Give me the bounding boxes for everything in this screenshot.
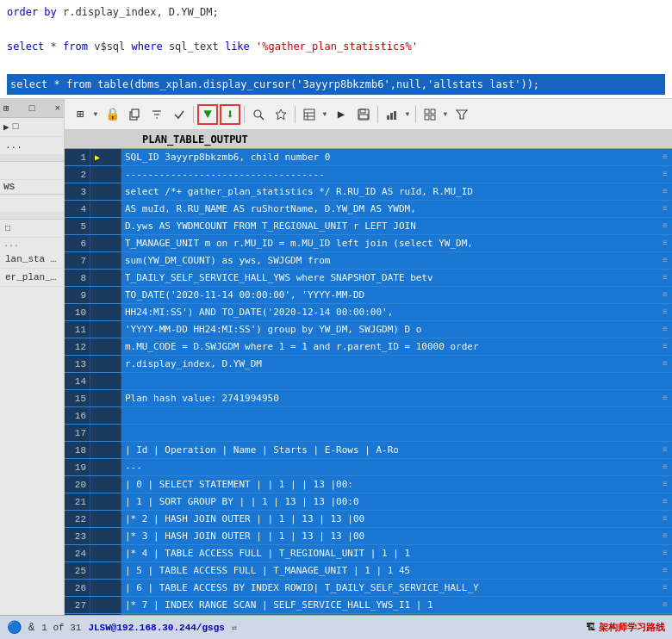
find-btn[interactable]	[248, 104, 269, 125]
table-row[interactable]: 22|* 2 | HASH JOIN OUTER | | 1 | 13 | 13…	[65, 511, 672, 528]
row-end-expand-icon[interactable]: ≡	[658, 545, 672, 561]
down-btn[interactable]: ▼	[197, 104, 218, 125]
table-row[interactable]: 10HH24:MI:SS') AND TO_DATE('2020-12-14 0…	[65, 304, 672, 321]
table-row[interactable]: 12m.MU_CODE = D.SWJGDM where 1 = 1 and r…	[65, 338, 672, 356]
panel-check-icon[interactable]: □	[13, 121, 19, 133]
row-end-expand-icon[interactable]: ≡	[658, 270, 672, 286]
table-row[interactable]: 20| 0 | SELECT STATEMENT | | 1 | | 13 |0…	[65, 476, 672, 493]
row-end-expand-icon[interactable]: ≡	[658, 166, 672, 183]
panel-item-lan-sta[interactable]: lan_sta ...	[0, 251, 64, 269]
table-row[interactable]: 17	[65, 425, 672, 442]
funnel-btn[interactable]	[451, 104, 472, 125]
row-end-expand-icon[interactable]: ≡	[658, 149, 672, 165]
table-dropdown-arrow[interactable]: ▼	[320, 104, 329, 125]
pin-btn[interactable]	[271, 104, 291, 125]
table-btn[interactable]	[299, 104, 320, 125]
arrow-right-btn[interactable]: ▶	[331, 104, 352, 125]
row-end-expand-icon[interactable]	[658, 373, 672, 389]
row-end-expand-icon[interactable]: ≡	[658, 304, 672, 320]
table-row[interactable]: 19---≡	[65, 459, 672, 476]
table-row[interactable]: 26| 6 | TABLE ACCESS BY INDEX ROWID| T_D…	[65, 580, 672, 597]
panel-item-er-plan-sta[interactable]: er_plan_sta ...	[0, 269, 64, 287]
row-end-expand-icon[interactable]: ≡	[658, 356, 672, 372]
row-end-expand-icon[interactable]	[658, 407, 672, 424]
row-end-expand-icon[interactable]: ≡	[658, 562, 672, 579]
green-down-btn[interactable]: ⬇	[220, 104, 240, 125]
table-row[interactable]: 23|* 3 | HASH JOIN OUTER | | 1 | 13 | 13…	[65, 528, 672, 545]
grid-btn[interactable]: ⊞	[70, 104, 90, 125]
table-row[interactable]: 14	[65, 373, 672, 390]
panel-item-blank1[interactable]	[0, 162, 64, 180]
row-end-expand-icon[interactable]: ≡	[658, 476, 672, 493]
row-end-expand-icon[interactable]: ≡	[658, 511, 672, 527]
chart-dropdown-arrow[interactable]: ▼	[403, 104, 412, 125]
row-end-expand-icon[interactable]: ≡	[658, 442, 672, 458]
row-number: 25	[65, 562, 90, 579]
table-row[interactable]: 1▶SQL_ID 3ayyrp8bkzmb6, child number 0≡	[65, 149, 672, 166]
row-number: 7	[65, 252, 90, 269]
save-btn[interactable]	[353, 104, 374, 125]
row-content-text: |* 4 | TABLE ACCESS FULL | T_REGIONAL_UN…	[121, 548, 658, 559]
panel-min-icon[interactable]: □	[29, 103, 35, 114]
row-content-text: sum(YW_DM_COUNT) as yws, SWJGDM from	[121, 255, 658, 266]
table-row[interactable]: 2-----------------------------------≡	[65, 166, 672, 183]
table-row[interactable]: 4AS muId, R.RU_NAME AS ruShortName, D.YW…	[65, 201, 672, 218]
table-row[interactable]: 8T_DAILY_SELF_SERVICE_HALL_YWS where SNA…	[65, 270, 672, 287]
row-end-expand-icon[interactable]: ≡	[658, 287, 672, 303]
row-action-icon	[104, 235, 121, 251]
status-icon-1: 🔵	[7, 620, 22, 635]
panel-grid-icon[interactable]: ⊞	[3, 102, 9, 114]
lock-btn[interactable]: 🔒	[102, 104, 122, 125]
grid3-btn[interactable]	[420, 104, 440, 125]
table-row[interactable]: 5D.yws AS YWDMCOUNT FROM T_REGIONAL_UNIT…	[65, 218, 672, 235]
row-end-expand-icon[interactable]: ≡	[658, 201, 672, 217]
row-end-expand-icon[interactable]: ≡	[658, 252, 672, 269]
row-end-expand-icon[interactable]	[658, 425, 672, 441]
panel-close-icon[interactable]: ×	[54, 103, 60, 114]
sql-line-2	[7, 21, 665, 38]
grid3-dropdown-arrow[interactable]: ▼	[441, 104, 450, 125]
table-row[interactable]: 21| 1 | SORT GROUP BY | | 1 | 13 | 13 |0…	[65, 493, 672, 511]
row-end-expand-icon[interactable]: ≡	[658, 459, 672, 475]
table-row[interactable]: 24|* 4 | TABLE ACCESS FULL | T_REGIONAL_…	[65, 545, 672, 562]
row-arrow-icon	[90, 511, 104, 527]
grid-dropdown-arrow[interactable]: ▼	[91, 104, 100, 125]
table-row[interactable]: 27|* 7 | INDEX RANGE SCAN | SELF_SERVICE…	[65, 597, 672, 614]
row-end-expand-icon[interactable]: ≡	[658, 528, 672, 544]
chart-btn[interactable]	[382, 104, 402, 125]
panel-item-blank2[interactable]	[0, 195, 64, 213]
table-row[interactable]: 15Plan hash value: 2741994950≡	[65, 390, 672, 407]
row-end-expand-icon[interactable]: ≡	[658, 493, 672, 510]
row-end-expand-icon[interactable]: ≡	[658, 338, 672, 355]
table-row[interactable]: 25| 5 | TABLE ACCESS FULL | T_MANAGE_UNI…	[65, 562, 672, 580]
table-row[interactable]: 7sum(YW_DM_COUNT) as yws, SWJGDM from≡	[65, 252, 672, 270]
row-end-expand-icon[interactable]: ≡	[658, 183, 672, 200]
row-end-expand-icon[interactable]: ≡	[658, 321, 672, 338]
panel-nav-icon[interactable]: ▶	[3, 121, 9, 133]
row-end-expand-icon[interactable]: ≡	[658, 235, 672, 251]
copy-btn[interactable]	[124, 104, 145, 125]
row-arrow-icon	[90, 407, 104, 424]
row-action-icon	[104, 321, 121, 338]
row-end-expand-icon[interactable]: ≡	[658, 218, 672, 234]
row-end-expand-icon[interactable]: ≡	[658, 580, 672, 596]
column-header-label: PLAN_TABLE_OUTPUT	[142, 133, 248, 146]
table-row[interactable]: 13r.display_index, D.YW_DM≡	[65, 356, 672, 373]
row-end-expand-icon[interactable]: ≡	[658, 597, 672, 613]
table-row[interactable]: 16	[65, 407, 672, 425]
filter-btn[interactable]	[146, 104, 167, 125]
svg-rect-21	[431, 115, 435, 120]
table-row[interactable]: 9 TO_DATE('2020-11-14 00:00:00', 'YYYY-M…	[65, 287, 672, 304]
check-btn[interactable]	[169, 104, 190, 125]
table-row[interactable]: 6T_MANAGE_UNIT m on r.MU_ID = m.MU_ID le…	[65, 235, 672, 252]
row-end-expand-icon[interactable]: ≡	[658, 390, 672, 406]
grid-container[interactable]: 1▶SQL_ID 3ayyrp8bkzmb6, child number 0≡2…	[65, 149, 672, 639]
toolbar-group-3: ▼	[382, 104, 412, 125]
row-number: 9	[65, 287, 90, 303]
connection-text: JLSW@192.168.30.244/gsgs	[88, 623, 224, 633]
row-number: 18	[65, 442, 90, 458]
table-row[interactable]: 11'YYYY-MM-DD HH24:MI:SS') group by YW_D…	[65, 321, 672, 338]
table-row[interactable]: 18| Id | Operation | Name | Starts | E-R…	[65, 442, 672, 459]
panel-item-dots[interactable]: ...	[0, 137, 64, 155]
table-row[interactable]: 3select /*+ gather_plan_statistics */ R.…	[65, 183, 672, 201]
